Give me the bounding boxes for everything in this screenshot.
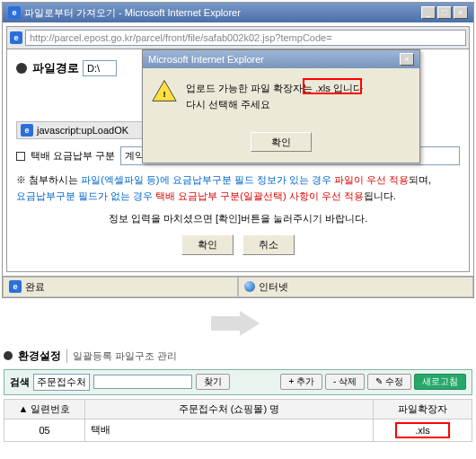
cell-ext: .xls [374,419,472,441]
section-header: 환경설정 일괄등록 파일구조 관리 [4,349,472,364]
delete-button[interactable]: - 삭제 [325,374,365,390]
ok-button[interactable]: 확인 [181,234,234,255]
cancel-button[interactable]: 취소 [242,234,295,255]
outer-titlebar: e파일로부터 가져오기 - Microsoft Internet Explore… [3,3,473,22]
outer-statusbar: e완료 인터넷 [3,276,473,297]
outer-title: 파일로부터 가져오기 - Microsoft Internet Explorer [24,6,241,20]
n2c: 됩니다. [364,190,396,201]
note-final: 정보 입력을 마치셨으면 [확인]버튼을 눌러주시기 바랍니다. [16,211,460,227]
n1d: 되며, [409,174,431,185]
ie-icon: e [8,6,21,19]
section-title: 환경설정 [18,349,61,364]
js-icon: e [21,124,33,137]
table-row[interactable]: 05 택배 .xls [4,419,472,441]
search-combo[interactable]: 주문접수처 [33,374,90,391]
svg-text:!: ! [163,89,165,99]
note-block: ※ 첨부하시는 파일(엑셀파일 등)에 요금납부구분 필드 정보가 있는 경우 … [16,172,460,227]
section-sub: 일괄등록 파일구조 관리 [66,349,177,363]
globe-icon [244,281,255,292]
search-input[interactable] [93,375,192,389]
url-field[interactable]: http://parcel.epost.go.kr/parcel/front/f… [25,30,466,46]
highlight-box-ext [303,78,362,94]
close-button[interactable]: × [454,6,468,19]
popup-window: e http://parcel.epost.go.kr/parcel/front… [6,26,470,272]
col-seq[interactable]: ▲ 일련번호 [4,399,85,419]
add-button[interactable]: + 추가 [280,374,322,390]
result-grid: ▲ 일련번호 주문접수처 (쇼핑몰) 명 파일확장자 05 택배 .xls [4,399,472,442]
address-bar: e http://parcel.epost.go.kr/parcel/front… [7,27,469,49]
fee-label: 택배 요금납부 구분 [31,149,115,163]
page-icon: e [10,31,22,44]
alert-ok-button[interactable]: 확인 [251,132,312,152]
dot-icon [4,351,13,360]
alert-line1a: 업로드 가능한 파일 확장자 [186,83,303,93]
ext-highlight: .xls [395,422,450,438]
search-label: 검색 [10,375,30,389]
alert-title: Microsoft Internet Explorer [148,54,264,65]
n1c: 파일이 우선 적용 [334,174,409,185]
n2a: 요금납부구분 필드가 없는 경우 [16,190,155,201]
toolbar: 검색 주문접수처 찾기 + 추가 - 삭제 ✎ 수정 새로고침 [4,369,472,395]
grid-header: ▲ 일련번호 주문접수처 (쇼핑몰) 명 파일확장자 [4,399,472,419]
status-right: 인터넷 [238,277,473,297]
n1b: 파일(엑셀파일 등)에 요금납부구분 필드 정보가 있는 경우 [81,174,334,185]
find-button[interactable]: 찾기 [196,374,230,390]
path-label: 파일경로 [32,60,79,76]
alert-dialog: Microsoft Internet Explorer × ! 업로드 가능한 … [142,49,420,163]
status-net: 인터넷 [259,280,288,294]
edit-button[interactable]: ✎ 수정 [367,374,411,390]
status-left: e완료 [3,277,238,297]
n1a: ※ 첨부하시는 [16,174,81,185]
form-buttons: 확인 취소 [16,234,460,255]
refresh-button[interactable]: 새로고침 [414,374,466,390]
flow-arrow-icon [211,311,265,336]
minimize-button[interactable]: _ [421,6,436,19]
alert-close-button[interactable]: × [400,53,414,66]
cell-seq: 05 [4,419,85,441]
square-icon [16,152,25,161]
popup-body: 파일경로 D:\ Microsoft Internet Explorer × !… [7,49,469,271]
alert-line2: 다시 선택해 주세요 [186,97,409,113]
path-input[interactable]: D:\ [83,60,117,76]
alert-titlebar: Microsoft Internet Explorer × [143,50,419,68]
col-ext[interactable]: 파일확장자 [374,399,472,419]
outer-window: e파일로부터 가져오기 - Microsoft Internet Explore… [2,2,474,298]
settings-section: 환경설정 일괄등록 파일구조 관리 검색 주문접수처 찾기 + 추가 - 삭제 … [4,349,472,442]
status-done: 완료 [25,280,45,294]
col-name[interactable]: 주문접수처 (쇼핑몰) 명 [85,399,374,419]
js-text: javascript:upLoadOK [37,125,128,136]
bullet-icon [16,63,27,74]
alert-body: ! 업로드 가능한 파일 확장자는 .xls 입니다 다시 선택해 주세요 [143,68,419,125]
warning-icon: ! [152,79,177,102]
n2b: 택배 요금납부 구분(일괄선택) 사항이 우선 적용 [155,190,364,201]
cell-name: 택배 [85,419,374,441]
done-icon: e [9,280,22,293]
maximize-button[interactable]: □ [437,6,452,19]
